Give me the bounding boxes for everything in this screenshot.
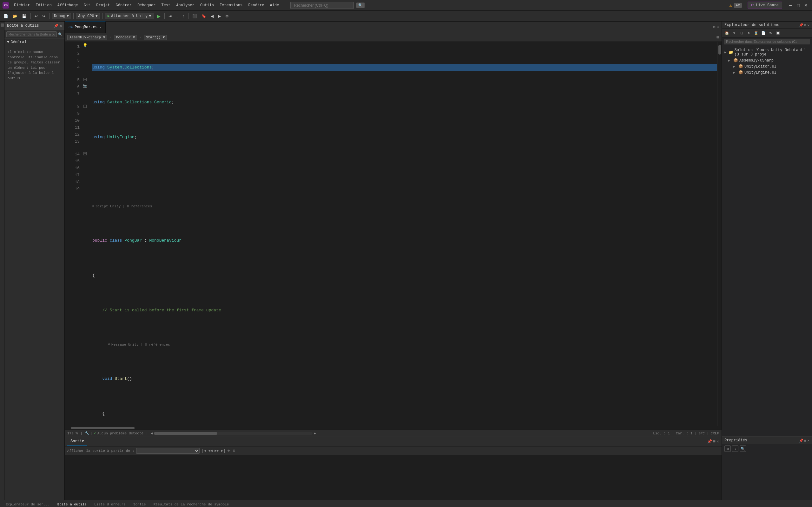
close-button[interactable]: ✕ xyxy=(803,2,809,9)
output-source-dropdown[interactable] xyxy=(136,448,200,454)
fold-marker-update[interactable]: − xyxy=(84,152,87,155)
minimize-button[interactable]: ─ xyxy=(787,2,794,9)
solution-new-file-btn[interactable]: 📄 xyxy=(760,30,767,36)
settings-btn[interactable]: ⚙ xyxy=(224,13,231,19)
output-toolbar-icon-3[interactable]: ▶▶ xyxy=(214,448,219,453)
code-editor[interactable]: 1 2 3 4 5 6 7 8 9 10 11 12 13 14 1 xyxy=(65,42,721,426)
bookmark-btn[interactable]: 🔖 xyxy=(200,13,208,19)
menu-test[interactable]: Test xyxy=(159,2,173,9)
expand-editor-icon[interactable]: ⊞ xyxy=(716,35,719,40)
step-into-btn[interactable]: ↓ xyxy=(174,13,180,19)
bottom-tab-explorer[interactable]: Explorateur de ser... xyxy=(3,501,53,507)
menu-generer[interactable]: Générer xyxy=(113,2,134,9)
startfn-dropdown[interactable]: Start() ▼ xyxy=(144,35,167,40)
status-nav-arrow-left[interactable]: ◀ xyxy=(151,431,153,435)
debug-dropdown[interactable]: Debug ▼ xyxy=(52,13,71,19)
output-maximize-icon[interactable]: ⊞ xyxy=(713,439,716,444)
play-btn[interactable]: ▶ xyxy=(155,13,162,19)
tree-item-unityengine[interactable]: ▶ 📦 UnityEngine.UI xyxy=(722,69,812,75)
output-toolbar-icon-1[interactable]: |◀ xyxy=(202,448,206,453)
solution-filter-btn[interactable]: ▾ xyxy=(731,30,738,36)
output-toolbar-icon-4[interactable]: ▶| xyxy=(221,448,225,453)
save-btn[interactable]: 💾 xyxy=(20,13,28,19)
assembly-dropdown[interactable]: Assembly-CSharp ▼ xyxy=(67,35,107,40)
prop-grid-icon[interactable]: ⊞ xyxy=(724,446,731,452)
prop-sort-icon[interactable]: ↕ xyxy=(732,446,739,452)
properties-close-icon[interactable]: ✕ xyxy=(807,439,809,443)
solution-close-icon[interactable]: ✕ xyxy=(807,23,809,27)
tree-item-assembly[interactable]: ▶ 📦 Assembly-CSharp xyxy=(722,57,812,63)
pongbar-dropdown[interactable]: PongBar ▼ xyxy=(114,35,137,40)
toolbox-search-input[interactable] xyxy=(6,32,57,37)
solution-preview-btn[interactable]: 🔲 xyxy=(775,30,781,36)
navigate-back-btn[interactable]: ◀ xyxy=(209,13,215,19)
step-over-btn[interactable]: ⇥ xyxy=(167,13,173,19)
toolbox-close-icon[interactable]: ✕ xyxy=(60,24,62,28)
prop-search-icon[interactable]: 🔍 xyxy=(740,446,746,452)
new-file-btn[interactable]: 📄 xyxy=(2,13,10,19)
toolbox-search-icon[interactable]: 🔍 xyxy=(58,32,62,37)
liveshare-button[interactable]: ⟳ Live Share xyxy=(748,2,782,9)
bottom-tab-toolbox[interactable]: Boîte à outils xyxy=(54,501,90,507)
cpu-dropdown[interactable]: Any CPU ▼ xyxy=(76,13,100,19)
menu-aide[interactable]: Aide xyxy=(267,2,282,9)
maximize-button[interactable]: □ xyxy=(795,2,802,9)
solution-refresh-btn[interactable]: ↻ xyxy=(746,30,752,36)
editor-horizontal-scrollbar[interactable] xyxy=(65,426,721,430)
split-editor-icon[interactable]: ⧉ xyxy=(713,25,716,30)
step-out-btn[interactable]: ↑ xyxy=(181,13,186,19)
solution-pending-btn[interactable]: ⌛ xyxy=(753,30,759,36)
attach-button[interactable]: ▶ Attacher à Unity ▼ xyxy=(105,13,154,19)
solution-home-btn[interactable]: 🏠 xyxy=(724,30,730,36)
open-btn[interactable]: 📂 xyxy=(11,13,19,19)
menu-edition[interactable]: Edition xyxy=(33,2,54,9)
title-search-input[interactable] xyxy=(290,2,354,9)
navigate-fwd-btn[interactable]: ▶ xyxy=(216,13,222,19)
activity-icon-1[interactable] xyxy=(1,23,4,26)
liveshare-label: Live Share xyxy=(756,3,779,8)
menu-fichier[interactable]: Fichier xyxy=(11,2,32,9)
solution-maximize-icon[interactable]: ⊞ xyxy=(804,23,807,27)
menu-git[interactable]: Git xyxy=(81,2,93,9)
menu-projet[interactable]: Projet xyxy=(94,2,112,9)
tree-item-solution[interactable]: ▶ 📁 Solution 'Cours Unity Debutant' (3 s… xyxy=(722,47,812,57)
output-pin-icon[interactable]: 📌 xyxy=(707,439,712,444)
solution-pin-icon[interactable]: 📌 xyxy=(799,23,803,27)
tree-item-unityeditor[interactable]: ▶ 📦 UnityEditor.UI xyxy=(722,63,812,69)
output-tab-sortie[interactable]: Sortie xyxy=(67,438,87,446)
editor-vertical-scrollbar[interactable] xyxy=(717,42,721,426)
menu-outils[interactable]: Outils xyxy=(198,2,216,9)
camera-icon: 📷 xyxy=(83,84,87,88)
menu-affichage[interactable]: Affichage xyxy=(55,2,81,9)
menu-debogueur[interactable]: Déboguer xyxy=(135,2,158,9)
tab-close-icon[interactable]: ✕ xyxy=(99,25,102,30)
solution-collapse-btn[interactable]: ⊟ xyxy=(739,30,745,36)
output-close-icon[interactable]: ✕ xyxy=(717,439,719,444)
solution-search-input[interactable] xyxy=(724,39,810,44)
undo-btn[interactable]: ↩ xyxy=(33,13,39,19)
menu-analyser[interactable]: Analyser xyxy=(173,2,197,9)
toolbox-category-general[interactable]: ▼ Général xyxy=(4,39,64,46)
bottom-tab-errors[interactable]: Liste d'erreurs xyxy=(91,501,129,507)
search-btn[interactable]: 🔍 xyxy=(356,3,365,8)
bottom-tab-search-symbol[interactable]: Résultats de la recherche de symbole xyxy=(150,501,232,507)
fold-marker-class[interactable]: − xyxy=(84,78,87,81)
properties-pin-icon[interactable]: 📌 xyxy=(799,439,803,443)
status-nav-arrow-right[interactable]: ▶ xyxy=(314,431,316,435)
lightbulb-icon[interactable]: 💡 xyxy=(83,43,88,48)
solution-show-all-btn[interactable]: 👁 xyxy=(768,30,774,36)
menu-fenetre[interactable]: Fenêtre xyxy=(246,2,266,9)
breakpoint-btn[interactable]: ⬛ xyxy=(191,13,199,19)
bottom-tab-output[interactable]: Sortie xyxy=(130,501,149,507)
fold-marker-start[interactable]: − xyxy=(84,105,87,108)
output-toolbar-icon-5[interactable]: ⊗ xyxy=(227,448,230,453)
menu-extensions[interactable]: Extensions xyxy=(217,2,245,9)
code-content-area[interactable]: using System . Collections ; using Syste… xyxy=(90,42,717,426)
output-toolbar-icon-6[interactable]: ⊞ xyxy=(233,448,235,453)
more-tabs-icon[interactable]: ⊞ xyxy=(717,25,719,30)
editor-tab-pongbar[interactable]: C# PongBar.cs ✕ xyxy=(65,21,106,33)
output-toolbar-icon-2[interactable]: ◀◀ xyxy=(208,448,213,453)
toolbox-pin-icon[interactable]: 📌 xyxy=(54,24,58,28)
properties-maximize-icon[interactable]: ⊞ xyxy=(804,439,807,443)
redo-btn[interactable]: ↪ xyxy=(41,13,47,19)
